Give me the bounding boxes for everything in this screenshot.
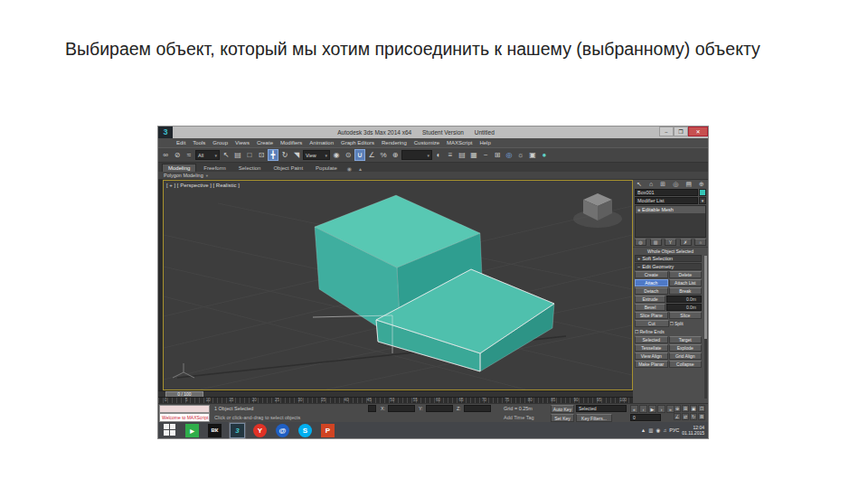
extrude-button[interactable]: Extrude — [635, 296, 665, 303]
select-and-scale-icon[interactable]: ◥ — [291, 149, 302, 161]
edit-geometry-rollout[interactable]: − Edit Geometry — [635, 263, 702, 270]
play-button[interactable]: ▶ — [648, 405, 656, 413]
tab-selection[interactable]: Selection — [233, 164, 267, 172]
menu-create[interactable]: Create — [253, 140, 277, 145]
curve-editor-icon[interactable]: ~ — [480, 149, 491, 161]
pin-stack-button[interactable]: ◎ — [635, 239, 646, 246]
zoom-extents-icon[interactable]: ▣ — [690, 405, 697, 412]
minimize-button[interactable]: − — [659, 127, 674, 136]
detach-button[interactable]: Detach — [635, 287, 668, 295]
tray-expand-icon[interactable]: ▲ — [641, 427, 646, 433]
selection-filter-dropdown[interactable]: All▾ — [195, 150, 220, 160]
delete-button[interactable]: Delete — [669, 271, 703, 278]
menu-customize[interactable]: Customize — [410, 140, 443, 145]
attach-list-button[interactable]: Attach List — [669, 279, 703, 286]
zoom-extents-all-icon[interactable]: ⊡ — [698, 405, 705, 412]
configure-modifier-sets-button[interactable]: ☼ — [694, 239, 706, 246]
zoom-icon[interactable]: ⊕ — [674, 405, 681, 412]
stack-item-editable-mesh[interactable]: ■ Editable Mesh — [636, 206, 705, 213]
menu-animation[interactable]: Animation — [306, 140, 337, 145]
bevel-spinner[interactable]: 0.0m — [666, 304, 702, 311]
collapse-button[interactable]: Collapse — [669, 361, 703, 368]
tab-freeform[interactable]: Freeform — [198, 164, 231, 172]
slice-plane-button[interactable]: Slice Plane — [635, 312, 668, 319]
x-coordinate-field[interactable] — [388, 405, 415, 412]
field-of-view-icon[interactable]: ∠ — [674, 413, 681, 420]
tab-populate[interactable]: Populate — [310, 164, 343, 172]
utilities-tab-icon[interactable]: ⊕ — [699, 181, 704, 187]
tab-object-paint[interactable]: Object Paint — [268, 164, 308, 172]
maxscript-mini-listener[interactable]: Welcome to MAXScript — [159, 413, 210, 422]
cut-button[interactable]: Cut — [635, 320, 669, 327]
ribbon-record-icon[interactable]: ◉ — [344, 165, 354, 172]
tessellate-button[interactable]: Tessellate — [635, 344, 668, 352]
schematic-view-icon[interactable]: ⊞ — [492, 149, 503, 161]
create-tab-icon[interactable]: ↖ — [637, 181, 642, 187]
spinner-snap-icon[interactable]: ⊕ — [390, 149, 401, 161]
orbit-icon[interactable]: ↻ — [690, 413, 697, 420]
rendered-frame-window-icon[interactable]: ▣ — [527, 149, 538, 161]
object-color-swatch[interactable] — [699, 189, 706, 196]
make-planar-button[interactable]: Make Planar — [635, 361, 668, 368]
macro-recorder-pane[interactable] — [159, 405, 210, 413]
make-unique-button[interactable]: Y — [665, 239, 676, 246]
view-align-button[interactable]: View Align — [635, 352, 668, 360]
menu-graph-editors[interactable]: Graph Editors — [337, 140, 378, 145]
modifier-list-dropdown[interactable]: Modifier List — [635, 197, 698, 204]
skype-icon[interactable]: S — [298, 424, 312, 437]
explode-button[interactable]: Explode — [669, 344, 703, 352]
soft-selection-rollout[interactable]: + Soft Selection — [635, 255, 702, 262]
powerpoint-icon[interactable]: P — [321, 424, 335, 437]
close-button[interactable]: ✕ — [688, 127, 708, 136]
zoom-all-icon[interactable]: ⊞ — [682, 405, 689, 412]
weld-target-button[interactable]: Target — [669, 336, 703, 343]
pan-icon[interactable]: ⇄ — [682, 413, 689, 420]
viewport-canvas[interactable] — [164, 181, 632, 389]
layer-manager-icon[interactable]: ▤ — [457, 149, 467, 161]
current-frame-field[interactable]: 0 — [630, 414, 661, 421]
bind-to-space-warp-icon[interactable]: ≈ — [184, 149, 194, 161]
ribbon-collapse-icon[interactable]: ▴ — [356, 165, 364, 172]
time-slider-track[interactable]: 0 / 100 — [158, 390, 633, 397]
tab-modeling[interactable]: Modeling — [162, 164, 196, 172]
maximize-viewport-icon[interactable]: ⊠ — [698, 413, 705, 420]
app-logo-icon[interactable]: 3 — [158, 127, 173, 138]
modify-tab-icon[interactable]: ⌂ — [649, 181, 653, 187]
menu-modifiers[interactable]: Modifiers — [277, 140, 306, 145]
tray-volume-icon[interactable]: ◉ — [656, 427, 660, 433]
start-button[interactable] — [164, 424, 176, 436]
track-bar[interactable]: 0 5 10 15 20 25 30 35 40 45 50 55 60 65 … — [158, 397, 633, 403]
named-selection-set-dropdown[interactable]: ▾ — [401, 150, 432, 160]
chevron-down-icon[interactable]: ▾ — [699, 197, 706, 204]
show-end-result-button[interactable]: ▥ — [650, 239, 662, 246]
tray-network-icon[interactable]: ▥ — [648, 427, 653, 433]
blue-app-icon[interactable]: @ — [276, 424, 289, 437]
attach-button[interactable]: Attach — [635, 279, 668, 286]
extrude-spinner[interactable]: 0.0m — [666, 296, 702, 303]
menu-help[interactable]: Help — [476, 140, 494, 145]
menu-views[interactable]: Views — [231, 140, 253, 145]
tray-media-icon[interactable]: ♫ — [663, 427, 666, 433]
menu-rendering[interactable]: Rendering — [378, 140, 410, 145]
refine-ends-checkbox[interactable]: ☐ Refine Ends — [635, 328, 702, 335]
grid-align-button[interactable]: Grid Align — [669, 352, 703, 360]
3ds-max-taskbar-icon[interactable]: 3 — [231, 424, 244, 437]
material-editor-icon[interactable]: ◎ — [504, 149, 514, 161]
menu-maxscript[interactable]: MAXScript — [443, 140, 476, 145]
select-object-icon[interactable]: ↖ — [221, 149, 231, 161]
select-by-name-icon[interactable]: ▤ — [232, 149, 243, 161]
align-icon[interactable]: ≡ — [445, 149, 456, 161]
previous-frame-button[interactable]: ‹ — [639, 405, 647, 413]
weld-selected-button[interactable]: Selected — [635, 336, 668, 343]
use-pivot-point-icon[interactable]: ◉ — [331, 149, 342, 161]
menu-edit[interactable]: Edit — [173, 140, 189, 145]
motion-tab-icon[interactable]: ◎ — [673, 181, 678, 187]
object-name-field[interactable]: Box001 — [635, 189, 698, 196]
menu-group[interactable]: Group — [209, 140, 231, 145]
hierarchy-tab-icon[interactable]: ⊞ — [660, 181, 665, 187]
break-button[interactable]: Break — [669, 287, 703, 295]
unlink-selection-icon[interactable]: ⊘ — [172, 149, 183, 161]
go-to-start-button[interactable]: « — [630, 405, 638, 413]
menu-tools[interactable]: Tools — [189, 140, 209, 145]
snaps-toggle-icon[interactable]: ∪ — [354, 149, 365, 161]
